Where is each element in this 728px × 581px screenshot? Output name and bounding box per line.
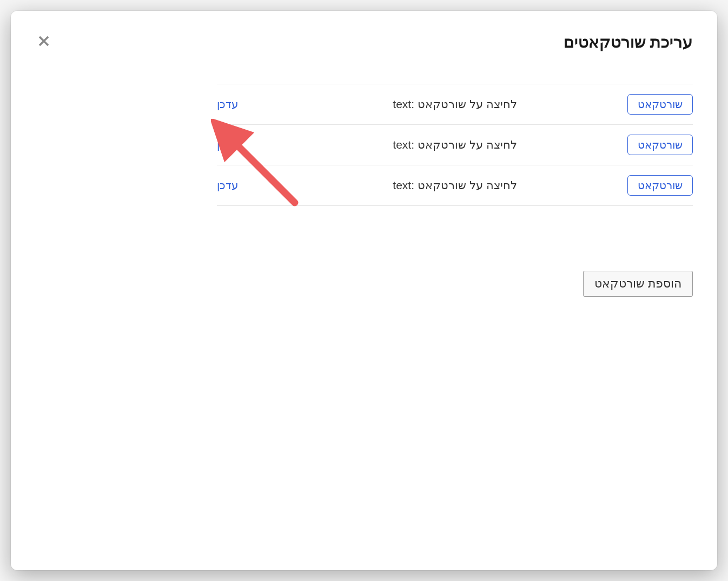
update-link[interactable]: עדכן <box>217 98 239 110</box>
shortcut-row: שורטקאט text: לחיצה על שורטקאט עדכן <box>217 165 693 206</box>
text-prefix: text: <box>393 138 414 151</box>
text-prefix: text: <box>393 98 414 111</box>
text-content: לחיצה על שורטקאט <box>418 98 517 111</box>
shortcut-badge[interactable]: שורטקאט <box>627 94 693 115</box>
shortcut-edit-modal: עריכת שורטקאטים שורטקאט text: לחיצה על ש… <box>11 11 717 570</box>
text-content: לחיצה על שורטקאט <box>418 179 517 192</box>
close-icon[interactable] <box>35 32 52 50</box>
shortcut-badge[interactable]: שורטקאט <box>627 175 693 196</box>
shortcut-text-cell: text: לחיצה על שורטקאט <box>298 179 612 192</box>
shortcut-list: שורטקאט text: לחיצה על שורטקאט עדכן שורט… <box>217 84 693 206</box>
text-content: לחיצה על שורטקאט <box>418 138 517 151</box>
shortcut-row: שורטקאט text: לחיצה על שורטקאט עדכן <box>217 124 693 165</box>
badge-cell: שורטקאט <box>612 175 693 196</box>
badge-cell: שורטקאט <box>612 135 693 155</box>
update-link[interactable]: עדכן <box>217 179 239 191</box>
shortcut-row: שורטקאט text: לחיצה על שורטקאט עדכן <box>217 84 693 124</box>
shortcut-text-cell: text: לחיצה על שורטקאט <box>298 98 612 111</box>
shortcut-badge[interactable]: שורטקאט <box>627 135 693 155</box>
update-cell: עדכן <box>217 138 298 151</box>
text-prefix: text: <box>393 179 414 192</box>
add-shortcut-button[interactable]: הוספת שורטקאט <box>583 271 693 297</box>
modal-title: עריכת שורטקאטים <box>35 32 693 51</box>
update-cell: עדכן <box>217 98 298 111</box>
badge-cell: שורטקאט <box>612 94 693 115</box>
update-link[interactable]: עדכן <box>217 139 239 151</box>
shortcut-text-cell: text: לחיצה על שורטקאט <box>298 138 612 151</box>
update-cell: עדכן <box>217 179 298 192</box>
